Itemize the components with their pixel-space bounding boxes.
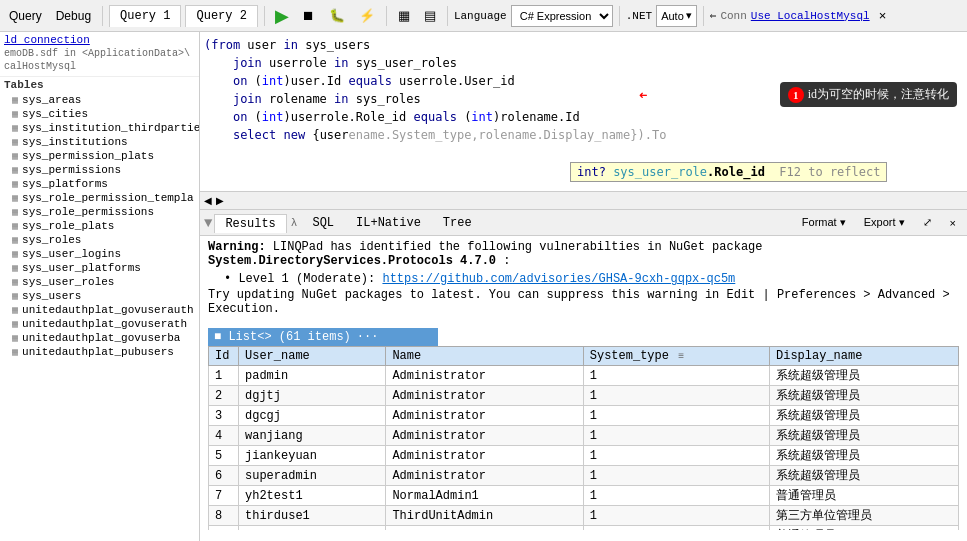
- table-icon-6: ▦: [12, 164, 18, 176]
- table-cell-4-1: jiankeyuan: [239, 446, 386, 466]
- tooltip-key: F12 to reflect: [779, 165, 880, 179]
- language-label: Language: [454, 10, 507, 22]
- table-cell-0-0: 1: [209, 366, 239, 386]
- table-cell-6-0: 7: [209, 486, 239, 506]
- sidebar-item-role-permissions[interactable]: ▦sys_role_permissions: [0, 205, 199, 219]
- auto-dropdown[interactable]: Auto ▾: [656, 5, 697, 27]
- grid1-btn[interactable]: ▦: [393, 5, 415, 26]
- panel-collapse-icon[interactable]: ▼: [204, 215, 212, 231]
- expand-btn[interactable]: ⤢: [916, 214, 939, 231]
- col-header-username: User_name: [239, 347, 386, 366]
- sidebar-item-role-plats[interactable]: ▦sys_role_plats: [0, 219, 199, 233]
- table-row[interactable]: 3dgcgjAdministrator1系统超级管理员: [209, 406, 959, 426]
- table-cell-3-0: 4: [209, 426, 239, 446]
- table-cell-5-4: 系统超级管理员: [770, 466, 959, 486]
- table-cell-1-1: dgjtj: [239, 386, 386, 406]
- filter-icon-systemtype[interactable]: ≡: [678, 351, 684, 362]
- table-row[interactable]: 5jiankeyuanAdministrator1系统超级管理员: [209, 446, 959, 466]
- tab-sep1: λ: [287, 217, 302, 229]
- annotation-text: id为可空的时候，注意转化: [808, 86, 949, 103]
- list-options-btn[interactable]: ···: [357, 330, 379, 344]
- sidebar-item-sys-institution-thirdparties[interactable]: ▦sys_institution_thirdparties: [0, 121, 199, 135]
- table-cell-8-1: testid: [239, 526, 386, 531]
- debug-menu-btn[interactable]: Debug: [51, 6, 96, 26]
- export-btn[interactable]: Export ▾: [857, 214, 912, 231]
- table-cell-5-1: superadmin: [239, 466, 386, 486]
- language-select[interactable]: C# Expression C# Statement SQL: [511, 5, 613, 27]
- use-local-link[interactable]: Use LocalHostMysql: [751, 10, 870, 22]
- table-cell-7-3: 1: [583, 506, 769, 526]
- table-icon-12: ▦: [12, 248, 18, 260]
- code-line-6: select new {userename.System_type,rolena…: [204, 126, 963, 144]
- code-editor[interactable]: (from user in sys_users join userrole in…: [200, 32, 967, 192]
- table-cell-0-3: 1: [583, 366, 769, 386]
- sidebar-item-united-auth2[interactable]: ▦unitedauthplat_govuserath: [0, 317, 199, 331]
- table-row[interactable]: 4wanjiangAdministrator1系统超级管理员: [209, 426, 959, 446]
- sidebar-item-sys-cities[interactable]: ▦sys_cities: [0, 107, 199, 121]
- format-btn[interactable]: Format ▾: [795, 214, 853, 231]
- tab-tree[interactable]: Tree: [432, 213, 483, 232]
- table-row[interactable]: 7yh2test1NormalAdmin11普通管理员: [209, 486, 959, 506]
- sidebar-item-sys-areas[interactable]: ▦sys_areas: [0, 93, 199, 107]
- table-cell-5-3: 1: [583, 466, 769, 486]
- table-icon-8: ▦: [12, 192, 18, 204]
- lightning-btn[interactable]: ⚡: [354, 5, 380, 26]
- sidebar-item-united-auth1[interactable]: ▦unitedauthplat_govuserauth: [0, 303, 199, 317]
- bug-btn[interactable]: 🐛: [324, 5, 350, 26]
- sidebar-item-sys-permissions[interactable]: ▦sys_permissions: [0, 163, 199, 177]
- table-row[interactable]: 6superadminAdministrator1系统超级管理员: [209, 466, 959, 486]
- tooltip-type: int?: [577, 165, 606, 179]
- sidebar-connection[interactable]: ld connection: [0, 32, 199, 48]
- sidebar-item-role-perm-templ[interactable]: ▦sys_role_permission_templa: [0, 191, 199, 205]
- table-cell-7-1: thirduse1: [239, 506, 386, 526]
- sidebar-item-user-platforms[interactable]: ▦sys_user_platforms: [0, 261, 199, 275]
- sidebar-item-united-pubusers[interactable]: ▦unitedauthplat_pubusers: [0, 345, 199, 359]
- tab-query2[interactable]: Query 2: [185, 5, 257, 27]
- tab-sql[interactable]: SQL: [301, 213, 345, 232]
- table-row[interactable]: 8thirduse1ThirdUnitAdmin1第三方单位管理员: [209, 506, 959, 526]
- sidebar-item-sys-roles[interactable]: ▦sys_roles: [0, 233, 199, 247]
- scroll-left-btn[interactable]: ◀: [204, 195, 212, 206]
- sidebar: ld connection emoDB.sdf in <ApplicationD…: [0, 32, 200, 541]
- sidebar-item-sys-institutions[interactable]: ▦sys_institutions: [0, 135, 199, 149]
- sidebar-item-sys-users[interactable]: ▦sys_users: [0, 289, 199, 303]
- table-icon-9: ▦: [12, 206, 18, 218]
- sidebar-path1: emoDB.sdf in <ApplicationData>\: [0, 48, 199, 61]
- stop-btn[interactable]: ⏹: [297, 5, 320, 26]
- table-icon-19: ▦: [12, 346, 18, 358]
- sidebar-path2: calHostMysql: [0, 61, 199, 74]
- table-cell-0-2: Administrator: [386, 366, 583, 386]
- warning-colon: :: [503, 254, 510, 268]
- query-menu-btn[interactable]: Query: [4, 6, 47, 26]
- table-icon-10: ▦: [12, 220, 18, 232]
- table-cell-0-1: padmin: [239, 366, 386, 386]
- table-cell-2-4: 系统超级管理员: [770, 406, 959, 426]
- sidebar-item-sys-platforms[interactable]: ▦sys_platforms: [0, 177, 199, 191]
- play-button[interactable]: ▶: [271, 5, 293, 27]
- table-cell-1-4: 系统超级管理员: [770, 386, 959, 406]
- table-cell-1-0: 2: [209, 386, 239, 406]
- sidebar-item-sys-permission-plats[interactable]: ▦sys_permission_plats: [0, 149, 199, 163]
- tab-query1[interactable]: Query 1: [109, 5, 181, 27]
- arrow-icon: ⇐: [710, 9, 717, 22]
- tab-results[interactable]: Results: [214, 214, 286, 233]
- sidebar-item-united-auth3[interactable]: ▦unitedauthplat_govuserba: [0, 331, 199, 345]
- table-row[interactable]: 9testidNormalAdmin11普通管理员: [209, 526, 959, 531]
- table-cell-4-4: 系统超级管理员: [770, 446, 959, 466]
- table-cell-6-4: 普通管理员: [770, 486, 959, 506]
- table-row[interactable]: 1padminAdministrator1系统超级管理员: [209, 366, 959, 386]
- sidebar-item-user-roles[interactable]: ▦sys_user_roles: [0, 275, 199, 289]
- sidebar-item-user-logins[interactable]: ▦sys_user_logins: [0, 247, 199, 261]
- close-conn-btn[interactable]: ×: [874, 5, 892, 26]
- col-header-systemtype: System_type ≡: [583, 347, 769, 366]
- scroll-right-btn[interactable]: ▶: [216, 195, 224, 206]
- table-cell-8-4: 普通管理员: [770, 526, 959, 531]
- advisory-link[interactable]: https://github.com/advisories/GHSA-9cxh-…: [382, 272, 735, 286]
- table-icon-13: ▦: [12, 262, 18, 274]
- bullet-level: Level 1 (Moderate):: [238, 272, 375, 286]
- table-row[interactable]: 2dgjtjAdministrator1系统超级管理员: [209, 386, 959, 406]
- close-results-btn[interactable]: ×: [943, 215, 963, 231]
- grid2-btn[interactable]: ▤: [419, 5, 441, 26]
- tab-ilnative[interactable]: IL+Native: [345, 213, 432, 232]
- table-cell-2-3: 1: [583, 406, 769, 426]
